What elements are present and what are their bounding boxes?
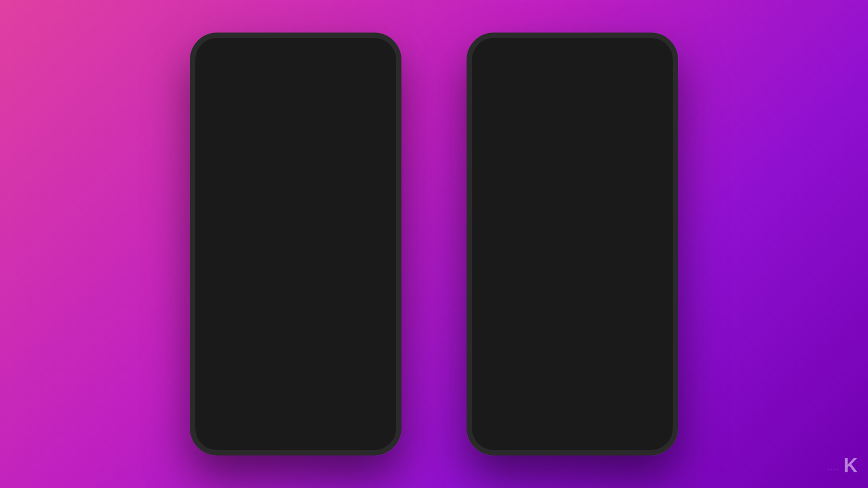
dark-metrics-header: Weight 277.7 lb Fat mass 98.0 lb <box>472 101 673 147</box>
comp-title: Body composition <box>483 183 568 194</box>
dark-nav-bar: ‹ WEIGHT ••• <box>472 56 673 82</box>
wifi-icon-dark: ∿ <box>640 45 645 53</box>
metric-muscle-value: 98.5 <box>206 226 236 243</box>
bar-marker-max <box>362 182 367 185</box>
comp-muscle-name: Muscle Mass <box>493 251 540 260</box>
date-text: 09.21.2021 (Tue) 17:05 ▼ <box>246 109 346 118</box>
comp-item-muscle: Muscle Mass 171.0lb <box>472 242 673 267</box>
phones-container: 9:41 ∿ InBody <box>190 33 678 455</box>
signal-icon-dark <box>627 46 637 52</box>
tab-history[interactable]: History <box>262 82 329 102</box>
muscle-dot <box>483 253 487 258</box>
metric-weight-value: 277.1 <box>206 162 244 179</box>
metric-muscle: Skeletal Muscle Mass 98.5 lb <box>195 206 396 270</box>
dark-date-row: o, 5:05 PM 6 days ago, 5:07 PM <box>472 82 673 101</box>
weight-unit: lb <box>527 130 533 138</box>
metric-bmi: BMI 37.6 kg/m² <box>195 351 396 416</box>
comp-bone-left: Bone Mass <box>483 275 533 285</box>
comp-fat-value: 98.0lb <box>640 226 662 235</box>
comp-item-water: Body Water 129.9lb <box>472 292 673 317</box>
metric-weight-label: Weight <box>206 147 385 157</box>
fat-mass-unit: lb <box>656 130 662 138</box>
metric-bmi-unit: kg/m² <box>237 378 256 387</box>
fat-bar-chart <box>206 310 385 328</box>
fat-mass-label: Fat mass <box>621 110 662 119</box>
bmi-bar-grid <box>206 402 385 409</box>
svg-rect-2 <box>352 63 353 72</box>
app-logo: InBody <box>206 62 247 76</box>
header-icons: 🔔 <box>347 61 385 78</box>
fat-mass-col: Fat mass 98.0 lb <box>621 110 662 141</box>
comp-muscle-value: 171.0lb <box>635 251 662 260</box>
muscle-bar-chart <box>206 246 385 263</box>
back-button[interactable]: ‹ <box>483 62 487 77</box>
metric-fat-value: 105.6 <box>206 291 244 308</box>
status-icons-light: ∿ <box>350 45 383 53</box>
metric-fat: Body Fat Mass 105.6 lb <box>195 270 396 335</box>
svg-rect-4 <box>355 63 356 72</box>
wifi-icon-light: ∿ <box>363 45 368 53</box>
comp-muscle-left: Muscle Mass <box>483 251 540 260</box>
logo-body: Body <box>217 62 247 76</box>
svg-rect-5 <box>357 63 358 72</box>
fat-dot <box>483 228 487 233</box>
comp-item-fat: Fat mass 98.0lb <box>472 217 673 242</box>
date-nav: ‹ 09.21.2021 (Tue) 17:05 ▼ › <box>195 103 396 124</box>
svg-rect-3 <box>354 63 354 72</box>
comp-water-value: 129.9lb <box>635 300 662 310</box>
metric-weight: Weight 277.1 lb <box>195 141 396 206</box>
bmi-bar-chart <box>206 391 385 409</box>
phone-dark: 9:41 ∿ ‹ WEIGHT • <box>467 33 678 455</box>
weight-label: Weight <box>483 110 533 119</box>
comp-bone-value: 8.8lb <box>644 275 662 285</box>
comp-bone-name: Bone Mass <box>493 275 533 285</box>
metric-weight-unit: lb <box>245 168 251 177</box>
status-bar-light: 9:41 ∿ <box>195 38 396 56</box>
muscle-bar-grid <box>206 256 385 263</box>
comp-fat-left: Fat mass <box>483 226 526 235</box>
metric-muscle-unit: lb <box>237 233 243 241</box>
metric-muscle-label: Skeletal Muscle Mass <box>206 212 385 222</box>
barcode-icon[interactable] <box>347 61 362 78</box>
signal-icon-light <box>350 46 360 52</box>
metric-fat-label: Body Fat Mass <box>206 277 385 286</box>
bar-marker-min <box>269 184 275 188</box>
dark-comp-header: Body composition Learn more <box>472 174 673 201</box>
comp-fat-name: Fat mass <box>493 226 526 235</box>
logo-in: In <box>206 62 217 76</box>
fat-mass-value: 98.0 <box>621 121 655 141</box>
more-button[interactable]: ••• <box>648 64 662 75</box>
bmi-row-dark: BMI 37.7 <box>472 148 673 173</box>
metric-fat-unit: lb <box>245 297 251 306</box>
bell-icon[interactable]: 🔔 <box>371 61 385 78</box>
section-muscle-fat: Muscle-Fat Analysis <box>195 124 396 141</box>
tab-bar-light: Results History Ranking <box>195 82 396 103</box>
app-header-light: InBody 🔔 <box>195 56 396 78</box>
bmi-label-dark: BMI <box>483 156 498 165</box>
svg-rect-0 <box>349 63 350 72</box>
status-bar-dark: 9:41 ∿ <box>472 38 673 56</box>
svg-rect-1 <box>351 63 352 72</box>
svg-rect-6 <box>358 63 359 72</box>
date-next-arrow[interactable]: › <box>385 108 387 118</box>
comp-bar-row <box>472 201 673 217</box>
date-prev-arrow[interactable]: ‹ <box>204 108 207 118</box>
water-dot <box>483 303 487 307</box>
bmi-value-dark: 37.7 <box>645 156 662 165</box>
tab-results[interactable]: Results <box>195 82 262 102</box>
tab-ranking[interactable]: Ranking <box>329 82 396 102</box>
fat-bar-grid <box>206 321 385 328</box>
prev-date: o, 5:05 PM <box>483 88 517 96</box>
comp-water-left: Body Water <box>483 300 535 310</box>
comp-water-name: Body Water <box>493 300 535 310</box>
learn-more-button[interactable]: Learn more <box>610 181 662 196</box>
metric-bmi-value: 37.6 <box>206 372 236 389</box>
weight-col: Weight 277.7 lb <box>483 110 533 141</box>
bone-dot <box>483 278 487 282</box>
metric-bmi-label: BMI <box>206 358 385 368</box>
section-obesity: Obesity Analysis <box>195 335 396 351</box>
current-date: 6 days ago, 5:07 PM <box>597 88 662 96</box>
bar-dot <box>654 204 662 211</box>
phone-screen-light: 9:41 ∿ InBody <box>195 38 396 450</box>
comp-item-bone: Bone Mass 8.8lb <box>472 267 673 292</box>
